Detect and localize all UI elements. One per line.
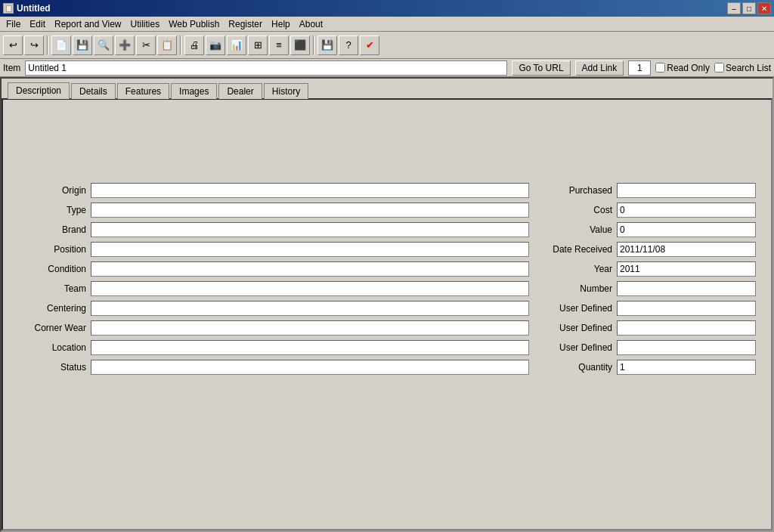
menu-report-view[interactable]: Report and View xyxy=(50,17,126,31)
value-input[interactable] xyxy=(617,222,756,237)
position-row: Position xyxy=(18,242,529,257)
menu-bar: File Edit Report and View Utilities Web … xyxy=(0,17,774,32)
menu-file[interactable]: File xyxy=(2,17,25,31)
user-defined-1-input[interactable] xyxy=(617,301,756,316)
form-right: Purchased Cost Value Date xyxy=(544,183,756,375)
cost-row: Cost xyxy=(544,203,756,218)
quantity-input[interactable] xyxy=(617,360,756,375)
form-left: Origin Type Brand Position xyxy=(18,183,529,375)
tab-features[interactable]: Features xyxy=(117,83,169,99)
menu-web-publish[interactable]: Web Publish xyxy=(164,17,224,31)
restore-button[interactable]: □ xyxy=(742,2,756,14)
block-button[interactable]: ⬛ xyxy=(290,36,310,55)
read-only-checkbox-label[interactable]: Read Only xyxy=(655,63,710,73)
user-defined-1-label: User Defined xyxy=(544,303,612,314)
item-name-input[interactable] xyxy=(25,60,507,76)
add-link-button[interactable]: Add Link xyxy=(575,60,624,76)
number-label: Number xyxy=(544,283,612,294)
tab-history[interactable]: History xyxy=(264,83,308,99)
origin-input[interactable] xyxy=(91,183,529,198)
print-button[interactable]: 🖨 xyxy=(184,36,204,55)
condition-input[interactable] xyxy=(91,261,529,277)
user-defined-2-row: User Defined xyxy=(544,320,756,336)
toolbar-separator-2 xyxy=(180,36,181,55)
tab-dealer[interactable]: Dealer xyxy=(218,83,262,99)
back-button[interactable]: ↩ xyxy=(3,36,23,55)
user-defined-2-input[interactable] xyxy=(617,320,756,336)
delete-button[interactable]: ✂ xyxy=(136,36,156,55)
save2-button[interactable]: 💾 xyxy=(317,36,337,55)
centering-input[interactable] xyxy=(91,301,529,316)
toolbar-separator-1 xyxy=(47,36,48,55)
menu-register[interactable]: Register xyxy=(224,17,267,31)
location-input[interactable] xyxy=(91,340,529,355)
year-input[interactable] xyxy=(617,261,756,277)
menu-help[interactable]: Help xyxy=(267,17,295,31)
app-icon: 📋 xyxy=(3,3,14,14)
menu-utilities[interactable]: Utilities xyxy=(126,17,165,31)
status-label: Status xyxy=(18,362,86,373)
menu-edit[interactable]: Edit xyxy=(25,17,50,31)
go-to-url-button[interactable]: Go To URL xyxy=(512,60,570,76)
close-button[interactable]: ✕ xyxy=(757,2,771,14)
forward-button[interactable]: ↪ xyxy=(24,36,44,55)
purchased-label: Purchased xyxy=(544,185,612,196)
team-input[interactable] xyxy=(91,281,529,296)
corner-wear-input[interactable] xyxy=(91,320,529,336)
content-area: Origin Type Brand Position xyxy=(2,98,772,530)
list-button[interactable]: ≡ xyxy=(269,36,289,55)
read-only-checkbox[interactable] xyxy=(655,63,665,73)
window-title: Untitled xyxy=(17,3,51,14)
location-row: Location xyxy=(18,340,529,355)
minimize-button[interactable]: – xyxy=(727,2,741,14)
copy-button[interactable]: 📋 xyxy=(157,36,177,55)
date-received-input[interactable] xyxy=(617,242,756,257)
centering-row: Centering xyxy=(18,301,529,316)
title-bar: 📋 Untitled – □ ✕ xyxy=(0,0,774,17)
corner-wear-label: Corner Wear xyxy=(18,323,86,333)
location-label: Location xyxy=(18,342,86,353)
check-button[interactable]: ✔ xyxy=(360,36,379,55)
help-button[interactable]: ? xyxy=(339,36,358,55)
user-defined-3-row: User Defined xyxy=(544,340,756,355)
add-button[interactable]: ➕ xyxy=(115,36,135,55)
year-row: Year xyxy=(544,261,756,277)
tab-description[interactable]: Description xyxy=(8,82,70,99)
date-received-label: Date Received xyxy=(544,244,612,255)
page-number-input[interactable] xyxy=(628,60,651,76)
content-wrapper: Description Details Features Images Deal… xyxy=(0,77,774,532)
grid-button[interactable]: ⊞ xyxy=(248,36,268,55)
origin-row: Origin xyxy=(18,183,529,198)
item-bar: Item Go To URL Add Link Read Only Search… xyxy=(0,59,774,77)
position-input[interactable] xyxy=(91,242,529,257)
type-input[interactable] xyxy=(91,203,529,218)
camera-button[interactable]: 📷 xyxy=(206,36,225,55)
search-list-checkbox-label[interactable]: Search List xyxy=(714,63,771,73)
save-button[interactable]: 💾 xyxy=(73,36,92,55)
team-label: Team xyxy=(18,283,86,294)
number-input[interactable] xyxy=(617,281,756,296)
chart-button[interactable]: 📊 xyxy=(227,36,246,55)
brand-input[interactable] xyxy=(91,222,529,237)
tabs-bar: Description Details Features Images Deal… xyxy=(2,79,772,98)
position-label: Position xyxy=(18,244,86,255)
condition-row: Condition xyxy=(18,261,529,277)
find-button[interactable]: 🔍 xyxy=(94,36,113,55)
value-row: Value xyxy=(544,222,756,237)
cost-input[interactable] xyxy=(617,203,756,218)
toolbar-separator-3 xyxy=(313,36,314,55)
year-label: Year xyxy=(544,264,612,274)
user-defined-3-input[interactable] xyxy=(617,340,756,355)
condition-label: Condition xyxy=(18,264,86,274)
menu-about[interactable]: About xyxy=(295,17,327,31)
new-button[interactable]: 📄 xyxy=(51,36,71,55)
search-list-checkbox[interactable] xyxy=(714,63,724,73)
tab-images[interactable]: Images xyxy=(171,83,217,99)
status-input[interactable] xyxy=(91,360,529,375)
form-container: Origin Type Brand Position xyxy=(11,183,763,375)
tab-details[interactable]: Details xyxy=(71,83,116,99)
user-defined-1-row: User Defined xyxy=(544,301,756,316)
origin-label: Origin xyxy=(18,185,86,196)
type-label: Type xyxy=(18,205,86,215)
purchased-input[interactable] xyxy=(617,183,756,198)
